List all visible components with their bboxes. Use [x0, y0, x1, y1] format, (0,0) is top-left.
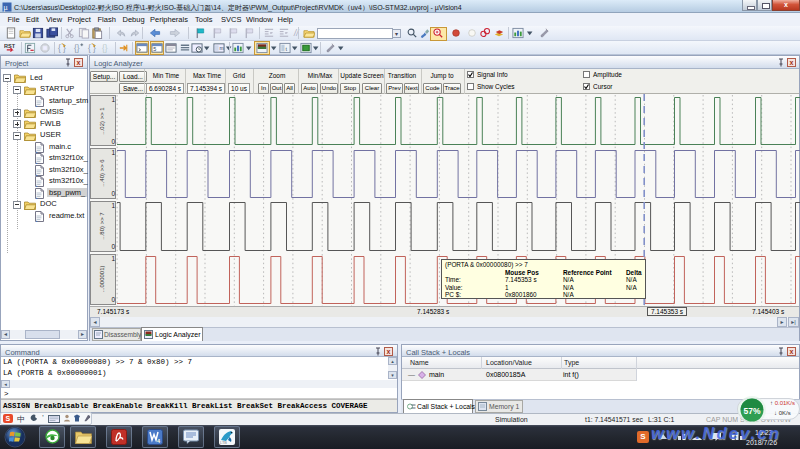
svg-text:LTB: LTB: [220, 440, 227, 445]
svg-text:57%: 57%: [743, 406, 760, 416]
